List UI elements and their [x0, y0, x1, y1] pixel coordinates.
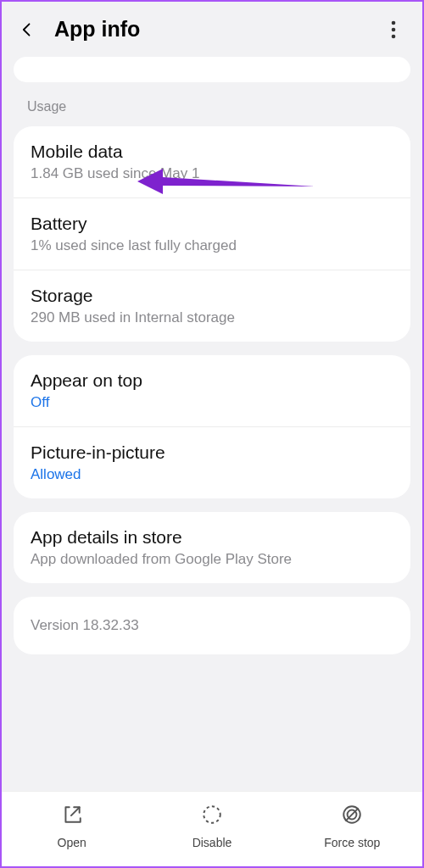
overlay-card: Appear on top Off Picture-in-picture All…: [14, 355, 410, 498]
bottom-bar: Open Disable Force stop: [2, 791, 422, 866]
storage-sub: 290 MB used in Internal storage: [31, 309, 393, 326]
previous-card-bottom: [14, 57, 410, 82]
mobile-data-title: Mobile data: [31, 142, 393, 162]
mobile-data-row[interactable]: Mobile data 1.84 GB used since May 1: [14, 126, 410, 198]
usage-card: Mobile data 1.84 GB used since May 1 Bat…: [14, 126, 410, 342]
appear-on-top-row[interactable]: Appear on top Off: [14, 355, 410, 426]
version-card: Version 18.32.33: [14, 597, 410, 654]
store-card: App details in store App downloaded from…: [14, 512, 410, 583]
version-text: Version 18.32.33: [31, 617, 393, 634]
svg-point-1: [392, 27, 396, 31]
battery-row[interactable]: Battery 1% used since last fully charged: [14, 198, 410, 270]
svg-point-2: [392, 34, 396, 38]
disable-icon: [201, 804, 223, 829]
page-title: App info: [54, 17, 382, 42]
usage-section-label: Usage: [2, 82, 422, 126]
svg-point-0: [392, 20, 396, 25]
pip-title: Picture-in-picture: [31, 442, 393, 463]
force-stop-button[interactable]: Force stop: [282, 804, 422, 849]
store-sub: App downloaded from Google Play Store: [31, 551, 393, 568]
disable-button[interactable]: Disable: [142, 804, 282, 849]
app-details-store-row[interactable]: App details in store App downloaded from…: [14, 512, 410, 583]
battery-title: Battery: [31, 214, 393, 234]
svg-point-3: [204, 806, 220, 823]
battery-sub: 1% used since last fully charged: [31, 237, 393, 254]
open-icon: [61, 804, 83, 829]
force-stop-icon: [341, 804, 363, 829]
mobile-data-sub: 1.84 GB used since May 1: [31, 165, 393, 182]
back-icon[interactable]: [15, 18, 39, 42]
more-options-icon[interactable]: [382, 18, 405, 42]
open-label: Open: [58, 836, 86, 849]
pip-row[interactable]: Picture-in-picture Allowed: [14, 426, 410, 498]
open-button[interactable]: Open: [2, 804, 142, 849]
store-title: App details in store: [31, 527, 393, 548]
force-stop-label: Force stop: [324, 836, 380, 849]
storage-title: Storage: [31, 286, 393, 306]
appear-on-top-value: Off: [31, 394, 393, 411]
storage-row[interactable]: Storage 290 MB used in Internal storage: [14, 270, 410, 342]
appear-on-top-title: Appear on top: [31, 370, 393, 391]
pip-value: Allowed: [31, 466, 393, 483]
header: App info: [2, 2, 422, 57]
disable-label: Disable: [192, 836, 232, 849]
